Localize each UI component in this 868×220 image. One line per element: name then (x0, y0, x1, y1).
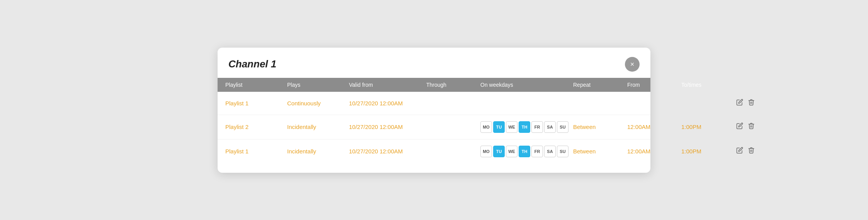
cell-actions (735, 146, 766, 156)
cell-actions (735, 98, 766, 108)
day-th[interactable]: TH (519, 121, 530, 133)
cell-playlist: Playlist 1 (225, 148, 287, 155)
cell-playlist: Playlist 2 (225, 124, 287, 130)
cell-playlist: Playlist 1 (225, 100, 287, 107)
cell-from: 12:00AM (627, 148, 681, 155)
cell-plays: Incidentally (287, 124, 349, 130)
day-fr[interactable]: FR (531, 121, 543, 133)
channel-modal: Channel 1 × Playlist Plays Valid from Th… (218, 48, 650, 173)
cell-weekdays: MO TU WE TH FR SA SU (480, 146, 573, 157)
cell-weekdays: MO TU WE TH FR SA SU (480, 121, 573, 133)
th-from: From (627, 82, 681, 88)
table-row: Playlist 2 Incidentally 10/27/2020 12:00… (218, 115, 650, 139)
cell-valid-from: 10/27/2020 12:00AM (349, 148, 426, 155)
th-repeat: Repeat (573, 82, 627, 88)
day-fr[interactable]: FR (531, 146, 543, 157)
delete-button[interactable] (747, 146, 756, 156)
cell-to: 1:00PM (681, 124, 735, 130)
edit-button[interactable] (735, 98, 744, 108)
cell-plays: Continuously (287, 100, 349, 107)
schedule-table: Playlist Plays Valid from Through On wee… (218, 78, 650, 163)
table-row: Playlist 1 Incidentally 10/27/2020 12:00… (218, 139, 650, 163)
th-playlist: Playlist (225, 82, 287, 88)
day-we[interactable]: WE (506, 146, 517, 157)
close-button[interactable]: × (625, 57, 640, 72)
cell-repeat: Between (573, 148, 627, 155)
th-plays: Plays (287, 82, 349, 88)
day-sa[interactable]: SA (544, 146, 556, 157)
modal-title: Channel 1 (228, 58, 276, 70)
day-su[interactable]: SU (557, 121, 568, 133)
table-header: Playlist Plays Valid from Through On wee… (218, 78, 650, 92)
day-sa[interactable]: SA (544, 121, 556, 133)
modal-header: Channel 1 × (218, 48, 650, 78)
day-th[interactable]: TH (519, 146, 530, 157)
th-to-times: To/times (681, 82, 735, 88)
cell-valid-from: 10/27/2020 12:00AM (349, 100, 426, 107)
day-su[interactable]: SU (557, 146, 568, 157)
th-valid-from: Valid from (349, 82, 426, 88)
th-on-weekdays: On weekdays (480, 82, 573, 88)
edit-button[interactable] (735, 122, 744, 132)
cell-actions (735, 122, 766, 132)
day-mo[interactable]: MO (480, 146, 492, 157)
day-mo[interactable]: MO (480, 121, 492, 133)
cell-to: 1:00PM (681, 148, 735, 155)
day-we[interactable]: WE (506, 121, 517, 133)
cell-valid-from: 10/27/2020 12:00AM (349, 124, 426, 130)
edit-button[interactable] (735, 146, 744, 156)
delete-button[interactable] (747, 98, 756, 108)
cell-from: 12:00AM (627, 124, 681, 130)
delete-button[interactable] (747, 122, 756, 132)
cell-plays: Incidentally (287, 148, 349, 155)
cell-repeat: Between (573, 124, 627, 130)
day-tu[interactable]: TU (493, 121, 505, 133)
th-through: Through (426, 82, 480, 88)
day-tu[interactable]: TU (493, 146, 505, 157)
table-row: Playlist 1 Continuously 10/27/2020 12:00… (218, 92, 650, 115)
